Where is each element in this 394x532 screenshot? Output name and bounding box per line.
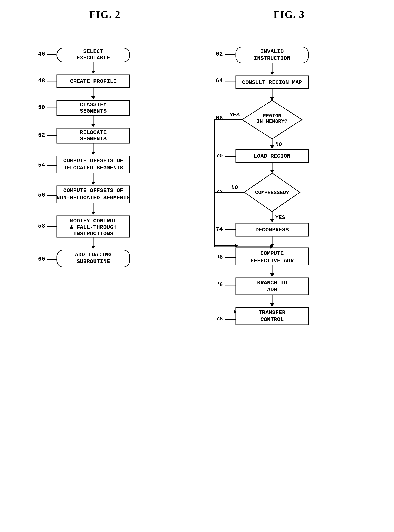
svg-text:46: 46	[38, 51, 45, 57]
svg-text:COMPRESSED?: COMPRESSED?	[255, 190, 289, 196]
svg-marker-12	[91, 96, 95, 99]
node-54: 54 COMPUTE OFFSETS OF RELOCATED SEGMENTS	[38, 156, 130, 173]
svg-marker-60	[270, 71, 274, 75]
figures-row: FIG. 2 46 SELECT EXECUTABLE 48	[0, 0, 394, 501]
svg-text:SEGMENTS: SEGMENTS	[80, 136, 107, 142]
svg-text:INSTRUCTIONS: INSTRUCTIONS	[73, 231, 113, 237]
svg-text:SEGMENTS: SEGMENTS	[80, 108, 107, 114]
svg-text:56: 56	[38, 192, 45, 198]
svg-text:INSTRUCTION: INSTRUCTION	[254, 55, 290, 61]
svg-marker-19	[91, 124, 95, 127]
svg-text:72: 72	[216, 188, 223, 195]
svg-marker-120	[235, 243, 238, 248]
node-78: 78 TRANSFER CONTROL	[216, 308, 308, 325]
svg-text:LOAD REGION: LOAD REGION	[254, 153, 290, 159]
svg-text:70: 70	[216, 152, 223, 159]
svg-text:COMPUTE OFFSETS OF: COMPUTE OFFSETS OF	[63, 187, 123, 194]
svg-text:DECOMPRESS: DECOMPRESS	[255, 227, 289, 233]
svg-text:CONTROL: CONTROL	[260, 316, 284, 323]
svg-marker-26	[91, 152, 95, 155]
svg-text:SUBROUTINE: SUBROUTINE	[76, 258, 110, 265]
svg-text:66: 66	[216, 115, 223, 121]
node-64: 64 CONSULT REGION MAP	[216, 76, 308, 89]
page: FIG. 2 46 SELECT EXECUTABLE 48	[0, 0, 394, 532]
svg-marker-78	[270, 145, 274, 148]
svg-marker-48	[91, 246, 95, 249]
node-48: 48 CREATE PROFILE	[38, 75, 130, 88]
fig3: FIG. 3 62 INVALID INSTRUCTION 64	[197, 9, 381, 501]
fig2-title: FIG. 2	[89, 9, 120, 20]
svg-text:MODIFY CONTROL: MODIFY CONTROL	[70, 218, 116, 224]
fig3-title: FIG. 3	[274, 9, 305, 20]
svg-text:62: 62	[216, 51, 223, 57]
node-74: 74 DECOMPRESS	[216, 223, 308, 236]
svg-text:CREATE PROFILE: CREATE PROFILE	[70, 78, 116, 85]
svg-text:ADD LOADING: ADD LOADING	[75, 252, 112, 258]
svg-marker-40	[91, 212, 95, 215]
svg-text:COMPUTE OFFSETS OF: COMPUTE OFFSETS OF	[63, 157, 123, 164]
fig2: FIG. 2 46 SELECT EXECUTABLE 48	[13, 9, 197, 501]
fig3-flowchart: 62 INVALID INSTRUCTION 64 CONSULT REGION…	[202, 31, 377, 501]
node-56: 56 COMPUTE OFFSETS OF NON-RELOCATED SEGM…	[38, 186, 130, 203]
node-62: 62 INVALID INSTRUCTION	[216, 47, 308, 63]
svg-text:RELOCATED SEGMENTS: RELOCATED SEGMENTS	[63, 165, 123, 171]
svg-text:YES: YES	[229, 112, 239, 118]
svg-rect-121	[211, 246, 218, 313]
svg-marker-113	[270, 303, 274, 307]
svg-text:60: 60	[38, 256, 45, 262]
svg-text:74: 74	[216, 226, 223, 233]
svg-marker-6	[91, 71, 95, 74]
svg-text:BRANCH TO: BRANCH TO	[257, 280, 287, 286]
node-52: 52 RELOCATE SEGMENTS	[38, 128, 130, 143]
svg-marker-93	[270, 219, 274, 222]
svg-text:48: 48	[38, 77, 45, 84]
svg-text:COMPUTE: COMPUTE	[260, 250, 284, 257]
svg-text:NO: NO	[231, 184, 238, 191]
svg-text:SELECT: SELECT	[83, 48, 103, 55]
svg-marker-66	[270, 97, 274, 100]
node-46: 46 SELECT EXECUTABLE	[38, 48, 130, 62]
node-68: 68 COMPUTE EFFECTIVE ADR	[216, 248, 308, 265]
svg-text:RELOCATE: RELOCATE	[80, 129, 107, 136]
node-58: 58 MODIFY CONTROL & FALL-THROUGH INSTRUC…	[38, 216, 130, 237]
svg-text:NO: NO	[275, 141, 282, 148]
svg-text:EFFECTIVE ADR: EFFECTIVE ADR	[250, 258, 294, 264]
svg-text:CLASSIFY: CLASSIFY	[80, 101, 107, 108]
svg-text:YES: YES	[275, 214, 285, 221]
svg-marker-84	[270, 170, 274, 173]
svg-text:TRANSFER: TRANSFER	[259, 309, 285, 316]
node-60: 60 ADD LOADING SUBROUTINE	[38, 250, 130, 267]
svg-text:INVALID: INVALID	[260, 48, 284, 55]
svg-text:52: 52	[38, 132, 45, 138]
svg-text:NON-RELOCATED SEGMENTS: NON-RELOCATED SEGMENTS	[57, 195, 130, 201]
svg-text:REGION: REGION	[263, 113, 281, 119]
svg-text:58: 58	[38, 223, 45, 229]
svg-text:CONSULT REGION MAP: CONSULT REGION MAP	[242, 79, 302, 86]
svg-text:78: 78	[216, 316, 223, 322]
svg-marker-106	[270, 274, 274, 277]
svg-text:EXECUTABLE: EXECUTABLE	[76, 55, 110, 61]
node-50: 50 CLASSIFY SEGMENTS	[38, 100, 130, 115]
node-70: 70 LOAD REGION	[216, 150, 308, 162]
svg-text:64: 64	[216, 77, 223, 84]
svg-text:IN MEMORY?: IN MEMORY?	[256, 119, 287, 124]
svg-text:ADR: ADR	[267, 287, 277, 293]
svg-text:50: 50	[38, 104, 45, 111]
svg-marker-33	[91, 182, 95, 185]
fig2-flowchart: 46 SELECT EXECUTABLE 48 CREATE PROFILE	[22, 31, 188, 501]
node-76: 76 BRANCH TO ADR	[216, 278, 308, 295]
svg-text:54: 54	[38, 162, 45, 168]
svg-text:& FALL-THROUGH: & FALL-THROUGH	[70, 224, 116, 231]
